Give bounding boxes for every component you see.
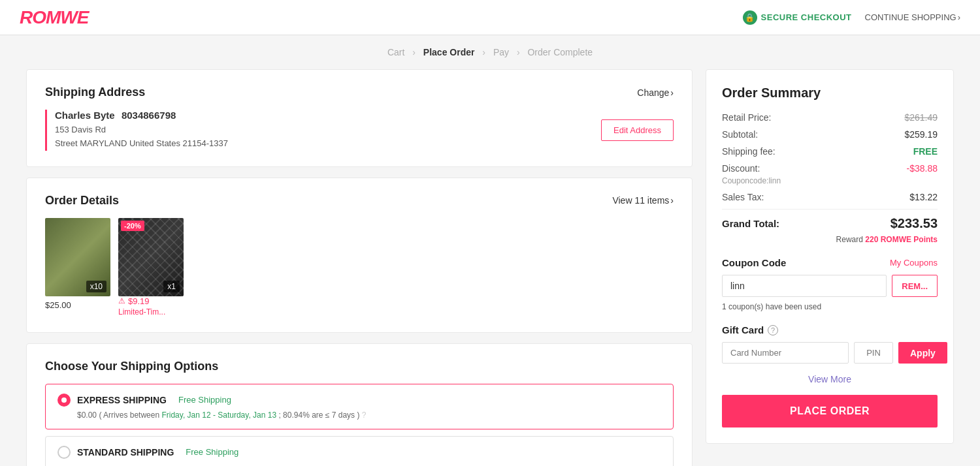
help-icon: ?	[362, 411, 367, 420]
shipping-address-title: Shipping Address	[45, 85, 145, 99]
reward-row: Reward 220 ROMWE Points	[722, 235, 938, 244]
chevron-right-icon: ›	[670, 87, 674, 98]
order-details-header: Order Details View 11 items ›	[45, 194, 674, 208]
discount-value: -$38.88	[907, 163, 938, 174]
gift-card-header: Gift Card ?	[722, 324, 938, 335]
shipping-fee-row: Shipping fee: FREE	[722, 146, 938, 157]
coupon-input-row: REM...	[722, 275, 938, 297]
order-summary-title: Order Summary	[722, 85, 938, 101]
standard-shipping-option[interactable]: STANDARD SHIPPING Free Shipping	[45, 436, 674, 466]
gift-card-section: Gift Card ? Apply	[722, 324, 938, 364]
secure-checkout-label: SECURE CHECKOUT	[761, 12, 852, 22]
subtotal-value: $259.19	[904, 129, 938, 140]
discount-row: Discount: -$38.88	[722, 163, 938, 174]
address-row: Charles Byte 8034866798 153 Davis Rd Str…	[45, 110, 674, 151]
my-coupons-link[interactable]: My Coupons	[890, 258, 938, 268]
view-items-button[interactable]: View 11 items ›	[612, 195, 674, 206]
lock-icon: 🔒	[743, 10, 757, 25]
retail-price-label: Retail Price:	[722, 112, 771, 123]
product-item: x10 $25.00	[45, 218, 110, 317]
breadcrumb-pay: Pay	[493, 47, 509, 57]
address-block: Charles Byte 8034866798 153 Davis Rd Str…	[45, 110, 228, 151]
breadcrumb-order-complete: Order Complete	[527, 47, 593, 57]
express-shipping-option[interactable]: EXPRESS SHIPPING Free Shipping $0.00 ( A…	[45, 384, 674, 429]
sales-tax-label: Sales Tax:	[722, 192, 764, 202]
express-shipping-details: $0.00 ( Arrives between Friday, Jan 12 -…	[77, 411, 661, 420]
view-more-link[interactable]: View More	[722, 374, 938, 384]
gift-card-number-input[interactable]	[722, 342, 849, 364]
grand-total-value: $233.53	[890, 216, 938, 231]
grand-total-label: Grand Total:	[722, 218, 779, 229]
shipping-options-header: Choose Your Shipping Options	[45, 360, 674, 373]
coupon-input[interactable]	[722, 275, 887, 297]
sales-tax-value: $13.22	[909, 192, 938, 202]
remove-coupon-button[interactable]: REM...	[892, 275, 938, 297]
breadcrumb-place-order: Place Order	[423, 47, 475, 57]
sep3: ›	[517, 47, 520, 57]
breadcrumb: Cart › Place Order › Pay › Order Complet…	[0, 35, 980, 69]
qty-badge-1: x10	[86, 281, 106, 292]
coupon-header: Coupon Code My Coupons	[722, 257, 938, 268]
secure-checkout: 🔒 SECURE CHECKOUT	[743, 10, 852, 25]
product-sale-price: ⚠ $9.19	[118, 296, 184, 306]
gift-card-help-icon[interactable]: ?	[768, 325, 778, 335]
subtotal-label: Subtotal:	[722, 129, 758, 140]
coupon-code-note: Couponcode:linn	[722, 176, 938, 185]
shipping-address-card: Shipping Address Change › Charles Byte 8…	[26, 69, 693, 167]
address-name: Charles Byte 8034866798	[55, 110, 228, 121]
express-shipping-name: EXPRESS SHIPPING	[77, 395, 167, 405]
continue-shopping-button[interactable]: CONTINUE SHOPPING ›	[865, 12, 960, 22]
edit-address-button[interactable]: Edit Address	[601, 119, 674, 141]
shipping-fee-value: FREE	[913, 146, 938, 157]
order-details-card: Order Details View 11 items › x10 $25.00	[26, 178, 693, 333]
warning-icon: ⚠	[118, 296, 125, 305]
sales-tax-row: Sales Tax: $13.22	[722, 192, 938, 202]
product-image-1: x10	[45, 218, 110, 296]
address-line1: 153 Davis Rd	[55, 123, 228, 137]
express-shipping-free: Free Shipping	[178, 395, 231, 405]
product-grid: x10 $25.00 -20% x1 ⚠ $9.19 Limited-Ti	[45, 218, 674, 317]
express-shipping-header: EXPRESS SHIPPING Free Shipping	[57, 394, 661, 407]
retail-price-row: Retail Price: $261.49	[722, 112, 938, 123]
header: ROMWE 🔒 SECURE CHECKOUT CONTINUE SHOPPIN…	[0, 0, 980, 35]
radio-inner	[61, 397, 67, 403]
change-address-button[interactable]: Change ›	[637, 87, 674, 98]
shipping-options-title: Choose Your Shipping Options	[45, 360, 218, 373]
order-summary-card: Order Summary Retail Price: $261.49 Subt…	[706, 69, 954, 444]
order-details-title: Order Details	[45, 194, 119, 208]
coupon-used-text: 1 coupon(s) have been used	[722, 302, 938, 311]
shipping-options-card: Choose Your Shipping Options EXPRESS SHI…	[26, 343, 693, 466]
main-container: Shipping Address Change › Charles Byte 8…	[7, 69, 973, 466]
left-column: Shipping Address Change › Charles Byte 8…	[26, 69, 693, 466]
apply-gift-card-button[interactable]: Apply	[898, 342, 947, 364]
header-right: 🔒 SECURE CHECKOUT CONTINUE SHOPPING ›	[743, 10, 960, 25]
place-order-button[interactable]: PLACE ORDER	[722, 395, 938, 427]
discount-badge: -20%	[121, 221, 144, 231]
shipping-fee-label: Shipping fee:	[722, 146, 776, 157]
qty-badge-2: x1	[163, 281, 180, 292]
grand-total-row: Grand Total: $233.53	[722, 209, 938, 231]
logo: ROMWE	[20, 7, 88, 28]
gift-card-title: Gift Card	[722, 324, 764, 335]
breadcrumb-cart[interactable]: Cart	[387, 47, 404, 57]
standard-shipping-header: STANDARD SHIPPING Free Shipping	[57, 446, 661, 459]
sep2: ›	[482, 47, 485, 57]
gift-card-pin-input[interactable]	[854, 342, 893, 364]
express-date-range: Friday, Jan 12 - Saturday, Jan 13	[161, 411, 276, 420]
product-item-2: -20% x1 ⚠ $9.19 Limited-Tim...	[118, 218, 184, 317]
gift-card-inputs: Apply	[722, 342, 938, 364]
right-column: Order Summary Retail Price: $261.49 Subt…	[706, 69, 954, 466]
product-price-1: $25.00	[45, 300, 110, 310]
sep1: ›	[412, 47, 416, 57]
coupon-title: Coupon Code	[722, 257, 786, 268]
product-image-2: -20% x1	[118, 218, 184, 296]
express-radio[interactable]	[57, 394, 71, 407]
discount-label: Discount:	[722, 163, 760, 174]
retail-price-value: $261.49	[904, 112, 938, 123]
subtotal-row: Subtotal: $259.19	[722, 129, 938, 140]
chevron-right-icon: ›	[670, 195, 674, 206]
chevron-right-icon: ›	[958, 12, 960, 22]
standard-radio[interactable]	[57, 446, 71, 459]
limited-time-label: Limited-Tim...	[118, 307, 184, 317]
address-line2: Street MARYLAND United States 21154-1337	[55, 137, 228, 151]
